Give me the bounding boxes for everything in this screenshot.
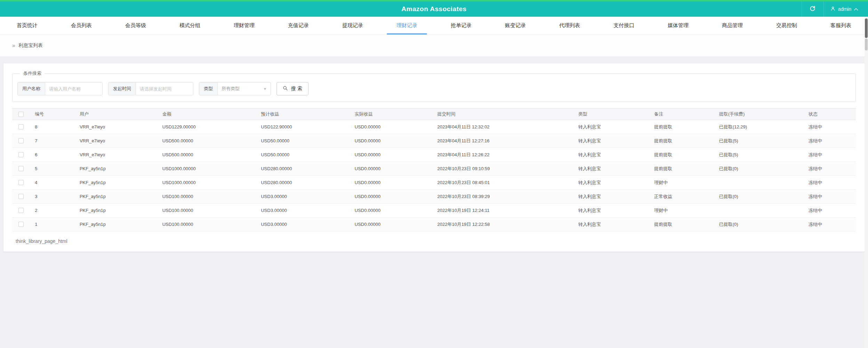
cell-expected: USD50.00000 <box>257 148 350 162</box>
nav-tab-13[interactable]: 媒体管理 <box>651 17 705 34</box>
column-header: 备注 <box>650 109 715 120</box>
start-time-field-group: 发起时间 <box>108 82 193 95</box>
cell-actual: USD0.00000 <box>351 120 433 134</box>
cell-actual: USD0.00000 <box>351 148 433 162</box>
row-checkbox-cell <box>12 176 31 190</box>
row-checkbox[interactable] <box>18 208 24 213</box>
refresh-icon <box>810 6 815 13</box>
row-checkbox[interactable] <box>18 124 24 129</box>
row-checkbox-cell <box>12 162 31 176</box>
type-select[interactable]: 所有类型 ▼ <box>218 82 271 95</box>
column-header: 实际收益 <box>351 109 433 120</box>
row-checkbox-cell <box>12 190 31 204</box>
content-card: 条件搜索 用户名称 发起时间 类型 所有类型 ▼ <box>3 63 865 252</box>
nav-tab-8[interactable]: 理财记录 <box>380 17 434 34</box>
table-row: 6VRR_e7ieyoUSD500.00000USD50.00000USD0.0… <box>12 148 856 162</box>
cell-user: PKF_ay5n1p <box>75 204 158 217</box>
cell-expected: USD3.00000 <box>257 190 350 204</box>
column-header: 预计收益 <box>257 109 350 120</box>
search-panel-legend: 条件搜索 <box>20 70 45 77</box>
nav-tab-16[interactable]: 客服列表 <box>814 17 868 34</box>
cell-type: 转入利息宝 <box>574 162 650 176</box>
cell-status: 冻结中 <box>804 162 856 176</box>
cell-type: 转入利息宝 <box>574 176 650 190</box>
cell-remark: 提前提取 <box>650 217 715 231</box>
search-button[interactable]: 搜 索 <box>276 82 308 95</box>
nav-tab-14[interactable]: 商品管理 <box>705 17 760 34</box>
start-time-field-label: 发起时间 <box>108 82 136 95</box>
cell-remark: 提前提取 <box>650 134 715 148</box>
row-checkbox[interactable] <box>18 138 24 143</box>
nav-tab-9[interactable]: 抢单记录 <box>434 17 488 34</box>
cell-expected: USD3.00000 <box>257 217 350 231</box>
cell-id: 4 <box>31 176 75 190</box>
user-icon <box>830 6 836 13</box>
refresh-button[interactable] <box>802 1 824 17</box>
nav-tab-15[interactable]: 交易控制 <box>760 17 814 34</box>
nav-tab-12[interactable]: 支付接口 <box>597 17 651 34</box>
table-header-row: 编号用户金额预计收益实际收益提交时间类型备注提取(手续费)状态 <box>12 109 856 120</box>
cell-time: 2022年10月23日 08:39:29 <box>433 190 574 204</box>
cell-withdraw: 已提取(5) <box>715 148 804 162</box>
start-time-input[interactable] <box>136 82 193 95</box>
cell-remark: 理财中 <box>650 204 715 217</box>
cell-status: 冻结中 <box>804 190 856 204</box>
cell-id: 5 <box>31 162 75 176</box>
row-checkbox-cell <box>12 217 31 231</box>
table-row: 3PKF_ay5n1pUSD100.00000USD3.00000USD0.00… <box>12 190 856 204</box>
row-checkbox[interactable] <box>18 222 24 227</box>
cell-actual: USD0.00000 <box>351 134 433 148</box>
nav-tab-3[interactable]: 会员等级 <box>108 17 163 34</box>
row-checkbox[interactable] <box>18 166 24 171</box>
caret-down-icon: ▼ <box>263 87 267 91</box>
cell-time: 2022年10月19日 12:24:11 <box>433 204 574 217</box>
type-field-label: 类型 <box>199 82 218 95</box>
cell-amount: USD1000.00000 <box>158 176 257 190</box>
search-panel: 条件搜索 用户名称 发起时间 类型 所有类型 ▼ <box>12 70 856 102</box>
cell-type: 转入利息宝 <box>574 190 650 204</box>
app-title: Amazon Associates <box>0 1 868 17</box>
type-select-value: 所有类型 <box>222 86 240 92</box>
cell-user: PKF_ay5n1p <box>75 162 158 176</box>
row-checkbox-cell <box>12 134 31 148</box>
cell-status: 冻结中 <box>804 217 856 231</box>
row-checkbox-cell <box>12 204 31 217</box>
row-checkbox[interactable] <box>18 152 24 157</box>
scrollbar-track-segment <box>865 39 868 50</box>
vertical-scrollbar[interactable] <box>865 17 868 348</box>
nav-tab-7[interactable]: 提现记录 <box>326 17 380 34</box>
type-field-group: 类型 所有类型 ▼ <box>199 82 271 95</box>
cell-user: VRR_e7ieyo <box>75 134 158 148</box>
cell-expected: USD50.00000 <box>257 134 350 148</box>
cell-status: 冻结中 <box>804 120 856 134</box>
cell-expected: USD280.00000 <box>257 162 350 176</box>
nav-tab-1[interactable]: 首页统计 <box>0 17 54 34</box>
cell-time: 2022年10月19日 12:22:58 <box>433 217 574 231</box>
nav-tab-6[interactable]: 充值记录 <box>271 17 326 34</box>
nav-tab-5[interactable]: 理财管理 <box>217 17 271 34</box>
column-header: 金额 <box>158 109 257 120</box>
breadcrumb-marker-icon: » <box>12 42 15 49</box>
nav-tab-11[interactable]: 代理列表 <box>542 17 597 34</box>
select-all-checkbox[interactable] <box>18 112 24 117</box>
cell-expected: USD122.90000 <box>257 120 350 134</box>
cell-status: 冻结中 <box>804 134 856 148</box>
nav-tab-4[interactable]: 模式分组 <box>163 17 217 34</box>
username-input[interactable] <box>45 82 102 95</box>
nav-tab-10[interactable]: 账变记录 <box>488 17 542 34</box>
row-checkbox-cell <box>12 120 31 134</box>
row-checkbox[interactable] <box>18 180 24 185</box>
user-menu[interactable]: admin <box>824 1 865 17</box>
cell-id: 6 <box>31 148 75 162</box>
cell-user: VRR_e7ieyo <box>75 148 158 162</box>
nav-tab-2[interactable]: 会员列表 <box>54 17 108 34</box>
cell-withdraw <box>715 204 804 217</box>
cell-actual: USD0.00000 <box>351 204 433 217</box>
scrollbar-thumb[interactable] <box>865 18 868 38</box>
cell-withdraw <box>715 176 804 190</box>
row-checkbox[interactable] <box>18 194 24 199</box>
cell-expected: USD3.00000 <box>257 204 350 217</box>
column-header: 用户 <box>75 109 158 120</box>
table-row: 4PKF_ay5n1pUSD1000.00000USD280.00000USD0… <box>12 176 856 190</box>
cell-remark: 提前提取 <box>650 162 715 176</box>
